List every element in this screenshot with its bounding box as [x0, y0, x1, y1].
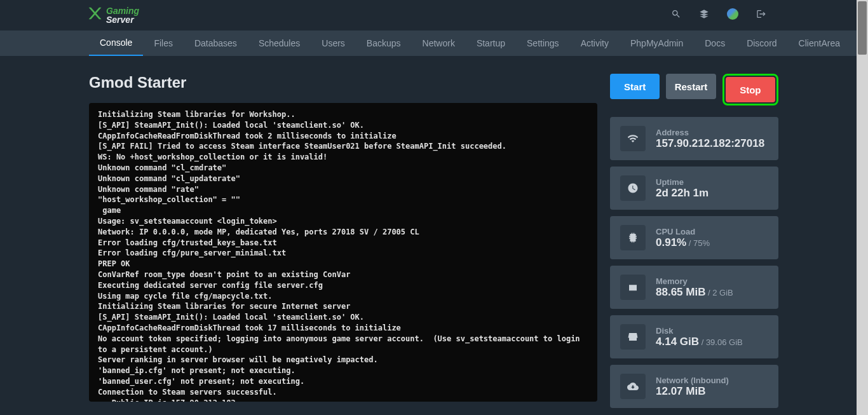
logout-icon[interactable] [756, 9, 766, 22]
stat-value: 12.07 MiB [656, 385, 729, 398]
stat-label: CPU Load [656, 227, 710, 236]
layers-icon[interactable] [699, 9, 709, 22]
globe-icon[interactable] [727, 8, 738, 22]
stat-disk: Disk4.14 GiB / 39.06 GiB [610, 315, 778, 358]
tab-databases[interactable]: Databases [184, 31, 248, 56]
start-button[interactable]: Start [610, 74, 660, 99]
tab-users[interactable]: Users [311, 31, 356, 56]
stat-label: Network (Inbound) [656, 376, 729, 385]
stat-label: Memory [656, 276, 733, 286]
cloud-down-icon [620, 374, 646, 399]
stat-label: Disk [656, 326, 743, 336]
stat-label: Address [656, 128, 764, 137]
tab-activity[interactable]: Activity [570, 31, 620, 56]
stat-cpu-load: CPU Load0.91% / 75% [610, 216, 778, 259]
tab-docs[interactable]: Docs [694, 31, 736, 56]
nav-tabs: ConsoleFilesDatabasesSchedulesUsersBacku… [0, 31, 868, 56]
clock-icon [620, 175, 646, 201]
brand-logo[interactable]: Gaming Server [86, 4, 139, 27]
stat-label: Uptime [656, 177, 709, 187]
tab-schedules[interactable]: Schedules [248, 31, 311, 56]
power-buttons: Start Restart Stop [610, 74, 778, 105]
search-icon[interactable] [671, 9, 681, 22]
stat-memory: Memory88.65 MiB / 2 GiB [610, 266, 778, 309]
stop-button-highlight: Stop [722, 74, 778, 105]
chip-icon [620, 225, 646, 250]
stat-value: 88.65 MiB / 2 GiB [656, 286, 733, 299]
scrollbar-thumb[interactable] [858, 1, 867, 55]
stat-value: 4.14 GiB / 39.06 GiB [656, 336, 743, 348]
hdd-icon [620, 324, 646, 350]
stat-address: Address157.90.212.182:27018 [610, 117, 778, 160]
tab-files[interactable]: Files [143, 31, 184, 56]
stat-value: 157.90.212.182:27018 [656, 137, 764, 150]
stop-button[interactable]: Stop [726, 77, 775, 102]
logo-x-icon [86, 4, 104, 27]
stat-value: 0.91% / 75% [656, 236, 710, 249]
console-output[interactable]: Initializing Steam libraries for Worksho… [89, 103, 597, 402]
tab-phpmyadmin[interactable]: PhpMyAdmin [620, 31, 694, 56]
tab-discord[interactable]: Discord [736, 31, 787, 56]
topbar: Gaming Server [0, 0, 868, 31]
tab-network[interactable]: Network [412, 31, 466, 56]
tab-startup[interactable]: Startup [466, 31, 516, 56]
logo-text: Gaming Server [106, 6, 139, 24]
stat-value: 2d 22h 1m [656, 187, 709, 200]
page-title: Gmod Starter [89, 74, 597, 92]
topbar-actions [671, 8, 766, 22]
tab-settings[interactable]: Settings [516, 31, 570, 56]
stat-uptime: Uptime2d 22h 1m [610, 167, 778, 210]
console-text: Initializing Steam libraries for Worksho… [98, 109, 588, 402]
tab-console[interactable]: Console [89, 31, 143, 56]
restart-button[interactable]: Restart [666, 74, 715, 99]
tab-clientarea[interactable]: ClientArea [788, 31, 851, 56]
memory-icon [620, 275, 646, 300]
stat-network-inbound-: Network (Inbound)12.07 MiB [610, 365, 778, 408]
page-scrollbar[interactable] [857, 0, 868, 415]
tab-backups[interactable]: Backups [356, 31, 412, 56]
wifi-icon [620, 126, 646, 151]
